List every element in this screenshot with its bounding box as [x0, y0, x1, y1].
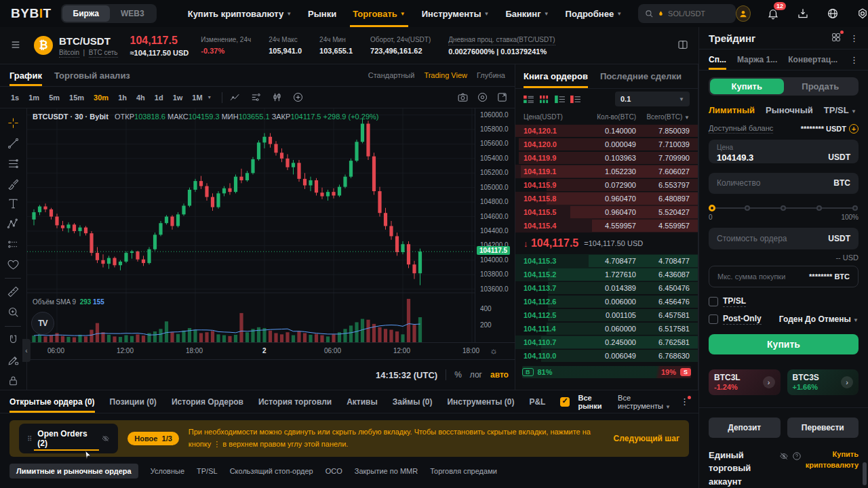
view-mode[interactable]: Глубина [477, 71, 505, 79]
chart-type-icon[interactable] [229, 92, 241, 103]
nav-item[interactable]: Банкинг ▼ [497, 0, 557, 27]
forecast-tool-icon[interactable] [3, 235, 23, 254]
candle-settings-icon[interactable] [271, 92, 283, 103]
bottom-tab[interactable]: Активы [347, 390, 378, 413]
bottom-tab[interactable]: Займы (0) [393, 390, 433, 413]
settings-gear-icon[interactable] [855, 6, 868, 21]
magnet-icon[interactable] [3, 331, 23, 350]
chart-canvas[interactable]: BTCUSDT · 30 · Bybit ОТКР103818.6 МАКС10… [27, 108, 515, 390]
drag-handle-icon[interactable]: ⠿ [27, 435, 33, 443]
toggle-биржа[interactable]: Биржа [62, 5, 111, 22]
help-question-icon[interactable] [792, 451, 802, 461]
add-indicator-icon[interactable] [292, 92, 304, 103]
slider-tick[interactable] [745, 205, 750, 211]
timeframe-30m[interactable]: 30m [90, 92, 113, 104]
trading-tab[interactable]: Сп... [709, 49, 726, 69]
ask-row[interactable]: 104,115.90.0729006.553797 [515, 178, 698, 192]
quantity-input[interactable] [717, 178, 805, 188]
ask-row[interactable]: 104,119.11.0522307.606027 [515, 165, 698, 178]
quantity-field[interactable]: BTC [709, 173, 859, 195]
layout-both-icon[interactable] [524, 95, 534, 104]
orderbook-tab[interactable]: Книга ордеров [524, 64, 588, 88]
order-type-лимитный[interactable]: Лимитный [709, 105, 755, 115]
orderbook-mid-price[interactable]: ↓ 104,117.5 =104,117.50 USD [515, 232, 698, 254]
timeframe-1h[interactable]: 1h [114, 92, 131, 104]
scale-%[interactable]: % [454, 370, 462, 380]
col-total[interactable]: Всего(BTC) ▼ [636, 113, 690, 121]
collapse-toolbar-handle[interactable]: ‹ [22, 339, 31, 362]
time-axis[interactable]: ☼06:0012:0018:00206:0012:0018:00 [27, 342, 515, 359]
brush-icon[interactable] [3, 174, 23, 193]
order-type-tp/sl[interactable]: TP/SL ▼ [824, 105, 856, 115]
bottom-tab[interactable]: История торговли [258, 390, 332, 413]
text-tool-icon[interactable] [3, 195, 23, 214]
nav-item[interactable]: Торговать ▼ [344, 0, 414, 27]
precision-select[interactable]: 0.1▼ [615, 92, 690, 106]
orderbook-tab[interactable]: Последние сделки [600, 64, 682, 88]
theme-sun-icon[interactable]: ☼ [490, 346, 498, 356]
bid-row[interactable]: 104,110.70.2450006.762581 [515, 336, 698, 349]
sell-toggle[interactable]: Продать [784, 79, 858, 95]
search-input[interactable] [668, 9, 729, 18]
timeframe-5m[interactable]: 5m [45, 92, 64, 104]
btc3l-card[interactable]: BTC3L-1.24% › [709, 369, 781, 395]
ask-row[interactable]: 104,119.90.1039637.709990 [515, 151, 698, 165]
pairs-list-icon[interactable] [9, 39, 22, 52]
download-app-icon[interactable] [795, 6, 810, 21]
order-subtab[interactable]: Лимитные и рыночные ордера [9, 464, 138, 479]
nav-item[interactable]: Подробнее ▼ [557, 0, 631, 27]
layout-asks-icon[interactable] [570, 95, 580, 104]
search-box[interactable] [638, 4, 736, 23]
timeframe-1s[interactable]: 1s [7, 92, 23, 104]
order-type-рыночный[interactable]: Рыночный [766, 105, 813, 115]
buy-crypto-link[interactable]: Купить криптовалюту [806, 449, 859, 488]
order-subtab[interactable]: Закрытие по MMR [355, 467, 418, 475]
bottom-tab[interactable]: P&L [529, 390, 545, 413]
trading-tab[interactable]: Конвертац... [788, 49, 837, 69]
hide-balance-eye-icon[interactable] [779, 451, 789, 461]
tradingview-logo[interactable]: TV [31, 312, 54, 335]
language-globe-icon[interactable] [825, 6, 840, 21]
layout-grid-icon[interactable] [831, 32, 842, 45]
layout-merged-icon[interactable] [539, 95, 549, 104]
coin-name[interactable]: Bitcoin [59, 49, 79, 58]
nav-item[interactable]: Инструменты ▼ [414, 0, 498, 27]
order-subtab[interactable]: TP/SL [197, 467, 218, 475]
pair-name[interactable]: BTC/USDT [59, 35, 118, 47]
bid-row[interactable]: 104,111.40.0600006.517581 [515, 322, 698, 336]
ask-row[interactable]: 104,120.00.0000497.710039 [515, 138, 698, 151]
timeframe-15m[interactable]: 15m [65, 92, 88, 104]
fullscreen-icon[interactable] [496, 92, 508, 103]
bid-row[interactable]: 104,113.70.0143896.450476 [515, 281, 698, 295]
timeframe-4h[interactable]: 4h [132, 92, 149, 104]
bottom-tab[interactable]: Открытые ордера (0) [9, 390, 95, 413]
nav-item[interactable]: Рынки [300, 0, 344, 27]
slider-tick[interactable] [816, 205, 822, 211]
favorites-heart-icon[interactable] [3, 255, 23, 274]
price-axis[interactable]: 106000.0105800.0105600.0105400.0105200.0… [475, 108, 515, 342]
bid-row[interactable]: 104,115.34.7084774.708477 [515, 254, 698, 268]
page-scrollbar[interactable] [863, 462, 867, 485]
toggle-web3[interactable]: WEB3 [110, 5, 155, 22]
camera-icon[interactable] [457, 92, 469, 103]
fib-lines-icon[interactable] [3, 155, 23, 174]
open-orders-pill[interactable]: ⠿ Open Orders (2) [19, 424, 118, 453]
view-mode[interactable]: Стандартный [368, 71, 415, 79]
ask-row[interactable]: 104,115.50.9604705.520427 [515, 205, 698, 219]
timeframe-1M[interactable]: 1M [188, 92, 206, 104]
nav-item[interactable]: Купить криптовалюту ▼ [180, 0, 300, 27]
transfer-button[interactable]: Перевести [787, 418, 859, 438]
ask-row[interactable]: 104,115.44.5599574.559957 [515, 219, 698, 232]
scale-лог[interactable]: лог [470, 370, 482, 380]
btc3s-card[interactable]: BTC3S+1.66% › [787, 369, 859, 395]
bid-row[interactable]: 104,112.50.0011056.457581 [515, 308, 698, 322]
notifications-bell[interactable]: 12 [766, 6, 781, 21]
order-subtab[interactable]: OCO [326, 467, 342, 475]
panel-menu-kebab[interactable]: ⋮ [680, 397, 689, 406]
price-input[interactable] [717, 152, 812, 163]
deposit-button[interactable]: Депозит [709, 418, 781, 438]
all-instruments-select[interactable]: Все инструменты ▼ [618, 394, 672, 410]
slider-handle[interactable] [709, 205, 715, 211]
bottom-tab[interactable]: История Ордеров [172, 390, 243, 413]
zoom-in-icon[interactable] [3, 303, 23, 322]
